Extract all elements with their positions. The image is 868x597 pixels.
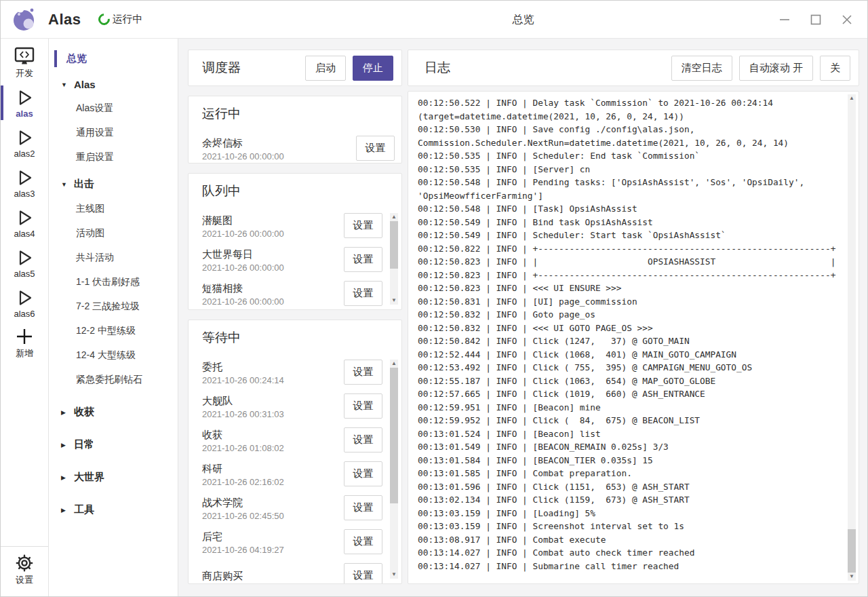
task-info: 余烬信标2021-10-26 00:00:00 xyxy=(202,134,356,162)
rail-item-label: alas xyxy=(16,109,33,119)
nav-sidebar: 总览 ▼AlasAlas设置通用设置重启设置▼出击主线图活动图共斗活动1-1 伏… xyxy=(49,39,178,596)
close-button[interactable] xyxy=(839,12,855,28)
nav-item-主线图[interactable]: 主线图 xyxy=(49,197,178,221)
app-name: Alas xyxy=(48,11,81,28)
nav-item-overview[interactable]: 总览 xyxy=(49,48,178,71)
task-settings-button[interactable]: 设置 xyxy=(344,393,382,419)
task-settings-button[interactable]: 设置 xyxy=(344,247,382,272)
task-list: 潜艇图2021-10-26 00:00:00设置大世界每日2021-10-26 … xyxy=(189,208,401,310)
nav-item-Alas设置[interactable]: Alas设置 xyxy=(49,96,178,121)
minimize-button[interactable] xyxy=(776,12,793,28)
nav-group-大世界[interactable]: ▶大世界 xyxy=(49,465,178,490)
task-time: 2021-10-26 04:19:27 xyxy=(202,545,344,556)
scroll-track[interactable] xyxy=(390,221,398,296)
running-spinner-icon xyxy=(96,12,113,28)
rail-item-alas3[interactable]: alas3 xyxy=(1,163,48,203)
rail-item-alas4[interactable]: alas4 xyxy=(1,203,48,243)
nav-item-紧急委托刷钻石[interactable]: 紧急委托刷钻石 xyxy=(49,368,178,392)
clear-log-button[interactable]: 清空日志 xyxy=(671,56,732,81)
task-settings-button[interactable]: 设置 xyxy=(344,360,382,385)
task-settings-button[interactable]: 设置 xyxy=(344,563,382,585)
nav-item-通用设置[interactable]: 通用设置 xyxy=(49,121,178,145)
scroll-track[interactable] xyxy=(390,368,398,571)
rail-item-alas6[interactable]: alas6 xyxy=(1,283,48,323)
rail-item-alas2[interactable]: alas2 xyxy=(1,123,48,163)
rail-item-add[interactable]: 新增 xyxy=(1,323,48,363)
task-name: 短猫相接 xyxy=(202,281,344,295)
task-info: 商店购买 xyxy=(202,567,344,584)
dev-code-icon xyxy=(14,46,35,66)
scroll-thumb[interactable] xyxy=(390,221,398,269)
task-settings-button[interactable]: 设置 xyxy=(344,213,382,238)
nav-group-收获[interactable]: ▶收获 xyxy=(49,400,178,425)
nav-groups: ▼AlasAlas设置通用设置重启设置▼出击主线图活动图共斗活动1-1 伏击刷好… xyxy=(49,73,178,522)
task-settings-button[interactable]: 设置 xyxy=(356,136,395,161)
scroll-down-icon[interactable]: ▼ xyxy=(390,571,398,579)
play-icon xyxy=(15,208,34,228)
nav-group-label: Alas xyxy=(74,79,96,90)
task-settings-button[interactable]: 设置 xyxy=(344,461,382,486)
task-settings-button[interactable]: 设置 xyxy=(344,495,382,520)
nav-group-label: 收获 xyxy=(74,406,94,419)
start-button[interactable]: 启动 xyxy=(305,56,346,81)
log-scrollbar[interactable]: ▲ ▼ xyxy=(848,94,856,581)
task-time: 2021-10-26 00:00:00 xyxy=(202,296,344,307)
card-pending: 队列中潜艇图2021-10-26 00:00:00设置大世界每日2021-10-… xyxy=(188,173,402,310)
log-panel: 00:12:50.522 | INFO | Delay task `Commis… xyxy=(408,91,859,584)
task-name: 后宅 xyxy=(202,529,344,543)
nav-group-Alas[interactable]: ▼Alas xyxy=(49,73,178,96)
task-info: 委托2021-10-26 00:24:14 xyxy=(202,358,344,386)
play-icon xyxy=(15,88,34,108)
task-row: 科研2021-10-26 02:16:02设置 xyxy=(189,457,401,490)
card-waiting: 等待中委托2021-10-26 00:24:14设置大舰队2021-10-26 … xyxy=(188,320,402,584)
task-info: 战术学院2021-10-26 02:45:50 xyxy=(202,494,344,522)
window-controls xyxy=(776,12,867,28)
scrollbar[interactable]: ▲▼ xyxy=(390,213,398,305)
log-title: 日志 xyxy=(425,59,665,77)
rail-item-alas5[interactable]: alas5 xyxy=(1,243,48,283)
scroll-thumb[interactable] xyxy=(848,529,856,573)
scroll-up-icon[interactable]: ▲ xyxy=(848,94,856,102)
scroll-thumb[interactable] xyxy=(390,368,398,503)
rail-item-label: alas6 xyxy=(14,309,35,319)
rail-item-alas[interactable]: alas xyxy=(1,83,48,123)
scroll-up-icon[interactable]: ▲ xyxy=(390,213,398,221)
nav-item-12-4 大型练级[interactable]: 12-4 大型练级 xyxy=(49,343,178,368)
scheduler-status: 运行中 xyxy=(112,13,142,26)
scroll-down-icon[interactable]: ▼ xyxy=(848,573,856,581)
task-settings-button[interactable]: 设置 xyxy=(344,529,382,554)
nav-item-重启设置[interactable]: 重启设置 xyxy=(49,145,178,170)
scroll-track[interactable] xyxy=(848,102,856,573)
nav-item-7-2 三战捡垃圾[interactable]: 7-2 三战捡垃圾 xyxy=(49,294,178,319)
task-info: 收获2021-10-26 01:08:02 xyxy=(202,426,344,454)
task-time: 2021-10-26 01:08:02 xyxy=(202,443,344,454)
chevron-down-icon: ▼ xyxy=(61,81,68,88)
scheduler-title: 调度器 xyxy=(202,59,298,77)
rail-item-dev[interactable]: 开发 xyxy=(1,43,48,83)
card-running: 运行中余烬信标2021-10-26 00:00:00设置 xyxy=(188,96,402,163)
rail-item-settings[interactable]: 设置 xyxy=(1,550,48,590)
nav-group-工具[interactable]: ▶工具 xyxy=(49,497,178,522)
nav-item-1-1 伏击刷好感[interactable]: 1-1 伏击刷好感 xyxy=(49,270,178,294)
maximize-button[interactable] xyxy=(808,12,824,28)
nav-item-12-2 中型练级[interactable]: 12-2 中型练级 xyxy=(49,319,178,343)
autoscroll-off-button[interactable]: 关 xyxy=(820,56,850,81)
task-time: 2021-10-26 00:00:00 xyxy=(202,151,356,162)
nav-group-出击[interactable]: ▼出击 xyxy=(49,172,178,197)
rail-item-label: alas5 xyxy=(14,269,35,279)
task-settings-button[interactable]: 设置 xyxy=(344,281,382,306)
scroll-up-icon[interactable]: ▲ xyxy=(390,360,398,368)
task-settings-button[interactable]: 设置 xyxy=(344,427,382,452)
nav-item-活动图[interactable]: 活动图 xyxy=(49,221,178,246)
rail-item-label: alas4 xyxy=(14,229,35,239)
nav-group-日常[interactable]: ▶日常 xyxy=(49,432,178,457)
nav-item-共斗活动[interactable]: 共斗活动 xyxy=(49,246,178,270)
scroll-down-icon[interactable]: ▼ xyxy=(390,296,398,305)
stop-button[interactable]: 停止 xyxy=(353,56,393,81)
autoscroll-on-button[interactable]: 自动滚动 开 xyxy=(739,56,813,81)
rail-instances: alasalas2alas3alas4alas5alas6 xyxy=(1,83,48,323)
rail-item-label: 开发 xyxy=(16,67,33,79)
task-time: 2021-10-26 00:00:00 xyxy=(202,229,344,239)
play-icon xyxy=(15,248,34,268)
scrollbar[interactable]: ▲▼ xyxy=(390,360,398,579)
